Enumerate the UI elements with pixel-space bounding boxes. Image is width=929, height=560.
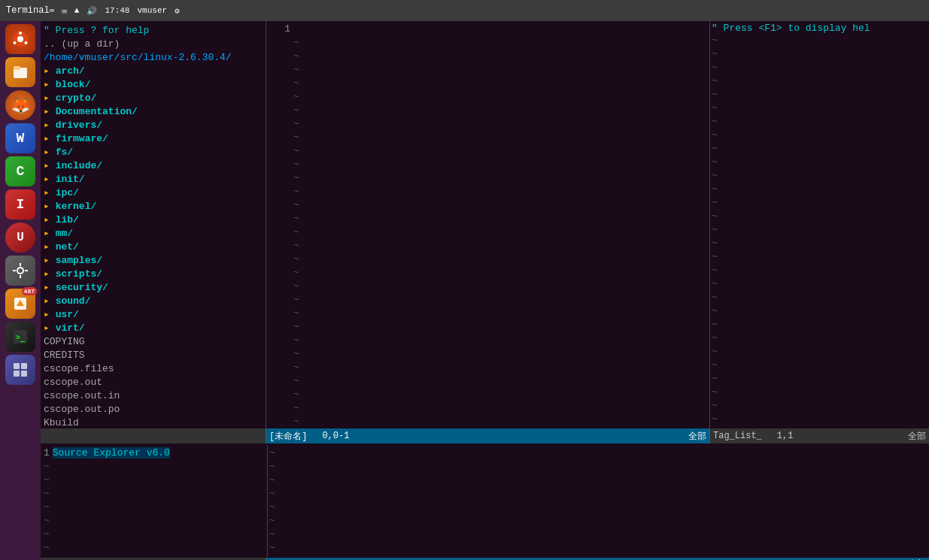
mid-tilde22: ~ [268, 320, 708, 334]
nerdtree-status [41, 428, 266, 443]
mid-tilde26: ~ [268, 374, 708, 388]
mid-tilde21: ~ [268, 307, 708, 320]
svg-rect-17 [21, 363, 27, 369]
user-display: vmuser [137, 6, 167, 15]
right-tilde26: ~ [712, 372, 927, 386]
content-area: " Press ? for help .. (up a dir) /home/v… [41, 21, 929, 560]
right-tilde3: ~ [712, 61, 927, 74]
right-tilde20: ~ [712, 291, 927, 304]
nerdtree-cscope-files[interactable]: cscope.files [42, 362, 264, 376]
mid-tilde28: ~ [268, 401, 708, 415]
nerdtree-fs[interactable]: ▸ fs/ [42, 146, 264, 159]
nerdtree-samples[interactable]: ▸ samples/ [42, 254, 264, 268]
dock-settings-icon[interactable] [5, 256, 35, 286]
nerdtree-virt[interactable]: ▸ virt/ [42, 322, 264, 335]
se-tilde4: ~ [44, 501, 266, 514]
mid-tilde29: ~ [268, 415, 708, 428]
sound-icon: 🔊 [87, 6, 97, 16]
pane-status-row: [未命名] 0,0-1 全部 Tag_List_ 1,1 全部 [41, 428, 929, 443]
nerdtree-lib[interactable]: ▸ lib/ [42, 213, 264, 227]
nerdtree-scripts[interactable]: ▸ scripts/ [42, 268, 264, 281]
right-tilde29: ~ [712, 413, 927, 426]
right-tilde21: ~ [712, 304, 927, 318]
nerdtree-cscope-out[interactable]: cscope.out [42, 376, 264, 389]
nerdtree-block[interactable]: ▸ block/ [42, 78, 264, 92]
right-tilde11: ~ [712, 169, 927, 183]
nerdtree-kernel[interactable]: ▸ kernel/ [42, 200, 264, 213]
dock-libre-impress-icon[interactable]: I [5, 189, 35, 219]
nerdtree-cscope-out-in[interactable]: cscope.out.in [42, 389, 264, 403]
source-explorer-content: 1Source Explorer v6.0 ~ ~ ~ ~ ~ ~ ~ ~ ~ … [41, 443, 929, 558]
mid-tilde10: ~ [268, 158, 708, 171]
dock-ubuntu-icon[interactable] [5, 24, 35, 54]
se-tilde7: ~ [44, 541, 266, 555]
se-tilde2: ~ [44, 474, 266, 487]
right-tilde6: ~ [712, 101, 927, 115]
nerdtree-crypto[interactable]: ▸ crypto/ [42, 92, 264, 105]
mid-tilde11: ~ [268, 171, 708, 185]
mid-tilde16: ~ [268, 239, 708, 253]
dock-libre-writer-icon[interactable]: W [5, 123, 35, 153]
right-tilde22: ~ [712, 318, 927, 331]
right-tilde12: ~ [712, 183, 927, 196]
mid-filename: [未命名] [269, 430, 307, 443]
mid-tilde13: ~ [268, 198, 708, 212]
right-total: 全部 [908, 430, 926, 443]
nerdtree-security[interactable]: ▸ security/ [42, 281, 264, 295]
mid-tilde4: ~ [268, 77, 708, 90]
right-tilde10: ~ [712, 156, 927, 169]
nerdtree-init[interactable]: ▸ init/ [42, 173, 264, 186]
right-tilde27: ~ [712, 386, 927, 399]
nerdtree-mm[interactable]: ▸ mm/ [42, 227, 264, 241]
right-tilde17: ~ [712, 250, 927, 264]
nerdtree-credits[interactable]: CREDITS [42, 349, 264, 362]
middle-pane[interactable]: 1 ~ ~ ~ ~ ~ ~ ~ ~ ~ ~ ~ ~ ~ ~ ~ ~ ~ ~ ~ [266, 21, 710, 428]
se-right-tilde7: ~ [269, 528, 926, 541]
se-right-tilde6: ~ [269, 514, 926, 528]
bottom-section: 1Source Explorer v6.0 ~ ~ ~ ~ ~ ~ ~ ~ ~ … [41, 443, 929, 560]
nerdtree-include[interactable]: ▸ include/ [42, 159, 264, 173]
nerdtree-kbuild[interactable]: Kbuild [42, 416, 264, 428]
middle-line1: 1 [268, 23, 708, 36]
nerdtree-documentation[interactable]: ▸ Documentation/ [42, 105, 264, 119]
nerdtree-ipc[interactable]: ▸ ipc/ [42, 186, 264, 200]
se-left-pane[interactable]: 1Source Explorer v6.0 ~ ~ ~ ~ ~ ~ ~ [42, 445, 268, 556]
mid-tilde23: ~ [268, 334, 708, 347]
se-title: Source Explorer v6.0 [53, 447, 170, 459]
mid-tilde8: ~ [268, 131, 708, 144]
settings-icon[interactable]: ⚙ [175, 6, 180, 16]
svg-rect-18 [14, 371, 20, 377]
nerdtree-copying[interactable]: COPYING [42, 335, 264, 349]
dock-firefox-icon[interactable]: 🦊 [5, 90, 35, 120]
nerdtree-arch[interactable]: ▸ arch/ [42, 65, 264, 78]
dock-libre-calc-icon[interactable]: C [5, 156, 35, 186]
svg-point-7 [17, 268, 23, 274]
nerdtree-sound[interactable]: ▸ sound/ [42, 295, 264, 308]
dock-workspace-icon[interactable] [5, 355, 35, 385]
right-tilde25: ~ [712, 359, 927, 372]
svg-point-3 [14, 41, 17, 44]
mid-tilde25: ~ [268, 361, 708, 374]
se-right-tilde4: ~ [269, 487, 926, 501]
mid-tilde9: ~ [268, 144, 708, 158]
dock-files-icon[interactable] [5, 57, 35, 87]
nerdtree-net[interactable]: ▸ net/ [42, 241, 264, 254]
dock-updater-icon[interactable]: 487 [5, 289, 35, 319]
right-tilde14: ~ [712, 210, 927, 223]
dock-terminal-icon[interactable]: >_ [5, 322, 35, 352]
nerdtree-firmware[interactable]: ▸ firmware/ [42, 132, 264, 146]
svg-point-2 [19, 32, 22, 35]
se-right-pane: ~ ~ ~ ~ ~ ~ ~ ~ [268, 445, 927, 556]
se-right-tilde1: ~ [269, 446, 926, 460]
dock-ubiquity-icon[interactable]: U [5, 222, 35, 253]
nerdtree-pane[interactable]: " Press ? for help .. (up a dir) /home/v… [41, 21, 266, 428]
nerdtree-updir[interactable]: .. (up a dir) [42, 38, 264, 51]
vim-panes: " Press ? for help .. (up a dir) /home/v… [41, 21, 929, 428]
topbar: Terminal ⌨ ✉ ▲ 🔊 17:48 vmuser ⚙ [0, 0, 929, 21]
dock-badge: 487 [22, 287, 37, 295]
se-tilde6: ~ [44, 528, 266, 541]
mid-tilde15: ~ [268, 226, 708, 239]
nerdtree-cscope-out-po[interactable]: cscope.out.po [42, 403, 264, 416]
nerdtree-usr[interactable]: ▸ usr/ [42, 308, 264, 322]
nerdtree-drivers[interactable]: ▸ drivers/ [42, 119, 264, 132]
